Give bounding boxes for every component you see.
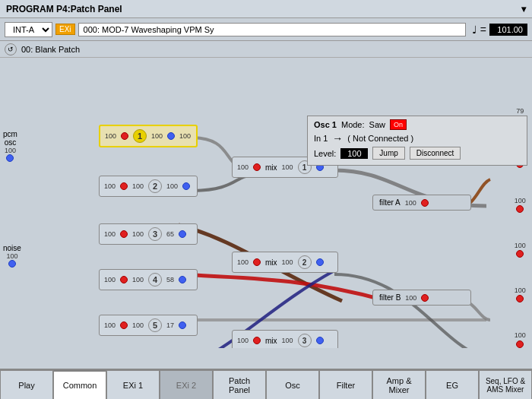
osc2-val2: 100 — [132, 182, 144, 190]
osc4-blue-dot[interactable] — [179, 276, 186, 283]
filter-a-module: filter A 100 — [372, 195, 471, 211]
osc2-blue-dot[interactable] — [182, 182, 190, 190]
tab-seq-lfo-ams[interactable]: Seq, LFO &AMS Mixer — [479, 370, 532, 399]
osc3-val2: 100 — [132, 230, 144, 238]
connected-label: ( Not Connected ) — [347, 134, 413, 143]
level-value[interactable]: 100 — [340, 148, 368, 159]
osc2-val3: 100 — [166, 182, 178, 190]
tab-osc[interactable]: Osc — [266, 370, 319, 399]
bottom-tabs: Play Common EXi 1 EXi 2 PatchPanel Osc F… — [0, 369, 532, 399]
osc1-red-dot1[interactable] — [121, 132, 128, 140]
tab-eg[interactable]: EG — [426, 370, 479, 399]
mix2-number[interactable]: 2 — [298, 255, 312, 269]
mode-value: Saw — [369, 120, 385, 129]
osc2-number[interactable]: 2 — [148, 179, 162, 193]
mix1-label: mix — [265, 163, 277, 172]
tempo-label: ♩ = — [472, 24, 486, 36]
mix1-red-dot[interactable] — [253, 163, 261, 171]
mix2-label: mix — [265, 258, 277, 267]
disconnect-button[interactable]: Disconnect — [410, 147, 461, 160]
osc1-number[interactable]: 1 — [133, 129, 147, 143]
osc1-val3: 100 — [179, 132, 191, 140]
right-val-3: 100 — [515, 197, 526, 213]
filter-b-connector[interactable] — [421, 294, 429, 302]
on-badge[interactable]: On — [390, 119, 407, 130]
tab-common[interactable]: Common — [53, 370, 106, 399]
tab-exi2[interactable]: EXi 2 — [160, 370, 213, 399]
osc4-val1: 100 — [104, 276, 116, 283]
header-row: INT-A EXi ♩ = 101.00 — [0, 18, 532, 41]
noise-connector[interactable] — [8, 260, 16, 268]
info-row: ↺ 00: Blank Patch — [0, 41, 532, 58]
mode-label: Mode: — [341, 120, 365, 129]
mix1-val2: 100 — [282, 163, 293, 171]
osc5-number[interactable]: 5 — [148, 318, 162, 332]
tab-play[interactable]: Play — [0, 370, 53, 399]
refresh-btn[interactable]: ↺ — [5, 43, 17, 55]
osc1-val2: 100 — [151, 132, 163, 140]
exi-badge: EXi — [55, 24, 75, 35]
osc5-val2: 100 — [132, 321, 144, 329]
osc4-val2: 100 — [132, 276, 144, 283]
osc5-val1: 100 — [104, 321, 116, 329]
bank-name[interactable] — [78, 23, 466, 36]
osc5-blue-dot[interactable] — [179, 321, 186, 329]
osc2-red-dot[interactable] — [120, 182, 128, 190]
tab-patch-panel[interactable]: PatchPanel — [213, 370, 266, 399]
filter-a-connector[interactable] — [421, 199, 429, 207]
osc5-red-dot[interactable] — [120, 321, 128, 329]
pcm-val: 100 — [5, 147, 16, 154]
osc1-val1: 100 — [105, 132, 116, 140]
osc3-red-dot[interactable] — [120, 230, 128, 238]
tab-exi1[interactable]: EXi 1 — [106, 370, 160, 399]
filter-b-module: filter B 100 — [372, 290, 471, 306]
level-label: Level: — [314, 149, 336, 158]
pcm-osc-label: pcmosc 100 — [3, 130, 17, 162]
osc-module-5: 100 100 5 17 — [99, 315, 198, 336]
noise-label: noise 100 — [3, 244, 21, 268]
osc4-val3: 58 — [166, 276, 174, 283]
osc2-val1: 100 — [104, 182, 116, 190]
pcm-connector[interactable] — [6, 154, 14, 162]
mix3-red-dot[interactable] — [253, 337, 261, 344]
osc-module-3: 100 100 3 65 — [99, 223, 198, 245]
mix3-val2: 100 — [282, 337, 293, 344]
noise-text: noise — [3, 244, 21, 252]
osc1-blue-dot[interactable] — [167, 132, 175, 140]
tab-amp-mixer[interactable]: Amp &Mixer — [372, 370, 426, 399]
mix2-red-dot[interactable] — [253, 258, 261, 266]
osc4-number[interactable]: 4 — [148, 273, 162, 287]
mix-module-2: 100 mix 100 2 — [232, 252, 338, 273]
patch-name: 00: Blank Patch — [21, 45, 80, 54]
mix2-val1: 100 — [237, 258, 249, 266]
osc3-number[interactable]: 3 — [148, 227, 162, 241]
right-val-4: 100 — [515, 242, 526, 258]
mix3-val1: 100 — [237, 337, 249, 344]
preset-selector[interactable]: INT-A — [5, 22, 52, 37]
filter-a-label: filter A — [379, 198, 401, 207]
mix2-val2: 100 — [282, 258, 293, 266]
tab-filter[interactable]: Filter — [319, 370, 372, 399]
mix3-label: mix — [265, 337, 277, 345]
mix-module-3: 100 mix 100 3 — [232, 330, 338, 348]
filter-b-label: filter B — [379, 293, 401, 302]
osc3-blue-dot[interactable] — [179, 230, 186, 238]
mix2-blue-dot[interactable] — [316, 258, 324, 266]
osc-module-4: 100 100 4 58 — [99, 269, 198, 290]
mix3-number[interactable]: 3 — [298, 334, 312, 347]
pcm-osc-text: pcmosc — [3, 130, 17, 147]
mix3-blue-dot[interactable] — [316, 337, 324, 344]
jump-button[interactable]: Jump — [372, 147, 404, 160]
osc4-red-dot[interactable] — [120, 276, 128, 283]
in-label: In 1 — [314, 134, 328, 143]
osc-module-2: 100 100 2 100 — [99, 176, 198, 197]
tempo-value[interactable]: 101.00 — [489, 24, 527, 36]
osc-module-1: 100 1 100 100 — [99, 125, 198, 147]
chevron-icon[interactable]: ▾ — [521, 4, 526, 14]
filter-a-val: 100 — [405, 199, 416, 207]
filter-b-val: 100 — [405, 294, 416, 302]
osc3-val1: 100 — [104, 230, 116, 238]
osc5-val3: 17 — [166, 321, 174, 329]
arrow-icon: → — [332, 132, 343, 144]
right-val-6: 100 mainmix — [512, 331, 527, 348]
